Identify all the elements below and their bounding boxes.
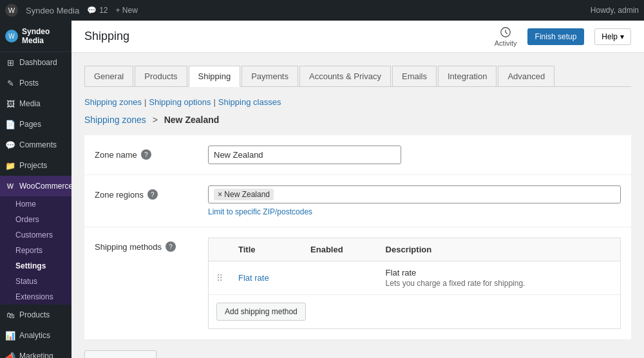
sidebar-brand-icon: W (5, 30, 18, 42)
limit-zip-link: Limit to specific ZIP/postcodes (208, 207, 621, 216)
woo-submenu-customers[interactable]: Customers (0, 227, 71, 243)
topbar-left: W Syndeo Media 💬 12 + New (5, 4, 591, 17)
sidebar-label-comments: Comments (19, 140, 57, 149)
col-title: Title (231, 238, 303, 261)
col-description: Description (378, 238, 620, 261)
add-method-row: Add shipping method (209, 295, 620, 328)
woo-submenu-orders[interactable]: Orders (0, 212, 71, 227)
activity-button[interactable]: Activity (495, 26, 517, 47)
zone-regions-label: Zone regions ? (95, 185, 198, 200)
tab-accounts-privacy[interactable]: Accounts & Privacy (299, 66, 391, 86)
tab-general[interactable]: General (84, 66, 133, 86)
method-desc-cell: Flat rate Lets you charge a fixed rate f… (378, 261, 620, 295)
sidebar: W Syndeo Media ⊞ Dashboard ✎ Posts 🖼 Med… (0, 21, 71, 358)
sidebar-item-media[interactable]: 🖼 Media (0, 93, 71, 114)
topbar-new[interactable]: + New (115, 6, 137, 15)
comments-icon: 💬 (5, 140, 15, 150)
method-desc-title: Flat rate (386, 268, 612, 278)
pages-icon: 📄 (5, 119, 15, 129)
new-label: + New (115, 6, 137, 15)
woo-submenu-status[interactable]: Status (0, 274, 71, 289)
zone-name-field (208, 146, 621, 164)
method-desc-text: Lets you charge a fixed rate for shippin… (386, 279, 612, 288)
sub-nav: Shipping zones | Shipping options | Ship… (84, 97, 631, 107)
zone-regions-tag-input[interactable]: × New Zealand (208, 185, 621, 203)
shipping-methods-label: Shipping methods ? (95, 238, 198, 252)
zone-regions-field: × New Zealand Limit to specific ZIP/post… (208, 185, 621, 216)
breadcrumb-parent[interactable]: Shipping zones (84, 115, 146, 125)
subnav-sep-1: | (144, 97, 146, 107)
sidebar-brand: W Syndeo Media (0, 21, 71, 52)
tab-products[interactable]: Products (135, 66, 187, 86)
tab-emails[interactable]: Emails (392, 66, 437, 86)
zone-regions-row: Zone regions ? × New Zealand Limit to sp… (84, 175, 631, 227)
projects-icon: 📁 (5, 160, 15, 171)
sidebar-label-dashboard: Dashboard (19, 58, 57, 67)
sidebar-item-woocommerce[interactable]: W WooCommerce (0, 176, 71, 196)
tabs: General Products Shipping Payments Accou… (84, 66, 631, 87)
subnav-shipping-classes[interactable]: Shipping classes (218, 97, 281, 107)
sidebar-item-analytics[interactable]: 📊 Analytics (0, 325, 71, 346)
breadcrumb-current: New Zealand (164, 115, 220, 125)
tab-advanced[interactable]: Advanced (498, 66, 554, 86)
sidebar-item-posts[interactable]: ✎ Posts (0, 73, 71, 93)
marketing-icon: 📣 (5, 351, 15, 358)
zone-region-tag-text: × New Zealand (218, 190, 270, 199)
sidebar-label-marketing: Marketing (19, 352, 53, 358)
sidebar-label-products: Products (19, 310, 50, 319)
zone-name-input[interactable] (208, 146, 401, 164)
subnav-sep-2: | (213, 97, 215, 107)
breadcrumb: Shipping zones > New Zealand (84, 115, 631, 125)
zone-name-label-text: Zone name (95, 150, 137, 160)
finish-setup-button[interactable]: Finish setup (527, 28, 585, 45)
subnav-shipping-zones[interactable]: Shipping zones (84, 97, 142, 107)
method-drag-handle[interactable]: ⠿ (209, 261, 231, 295)
woo-submenu-settings[interactable]: Settings (0, 258, 71, 274)
help-button[interactable]: Help ▾ (594, 28, 631, 45)
sidebar-label-projects: Projects (19, 161, 47, 170)
methods-table: Title Enabled Description ⠿ (209, 238, 620, 295)
products-icon: 🛍 (5, 310, 15, 320)
woo-submenu-extensions[interactable]: Extensions (0, 289, 71, 305)
topbar: W Syndeo Media 💬 12 + New Howdy, admin (0, 0, 644, 21)
zone-name-label: Zone name ? (95, 146, 198, 160)
sidebar-item-dashboard[interactable]: ⊞ Dashboard (0, 52, 71, 73)
wp-logo: W (5, 4, 18, 17)
zone-regions-label-text: Zone regions (95, 190, 144, 200)
shipping-methods-help-icon[interactable]: ? (166, 241, 176, 252)
tab-integration[interactable]: Integration (438, 66, 497, 86)
sidebar-item-products[interactable]: 🛍 Products (0, 305, 71, 325)
topbar-site[interactable]: Syndeo Media (26, 6, 79, 15)
form-section: Zone name ? Zone regions ? (84, 135, 631, 340)
sidebar-item-comments[interactable]: 💬 Comments (0, 135, 71, 155)
method-title-cell: Flat rate (231, 261, 303, 295)
topbar-right: Howdy, admin (591, 6, 639, 15)
howdy-text: Howdy, admin (591, 6, 639, 15)
help-label: Help (601, 32, 618, 41)
subnav-shipping-options[interactable]: Shipping options (149, 97, 211, 107)
method-enabled-cell (303, 261, 378, 295)
drag-icon: ⠿ (216, 273, 223, 283)
sidebar-item-pages[interactable]: 📄 Pages (0, 114, 71, 135)
woo-submenu: Home Orders Customers Reports Settings S… (0, 196, 71, 305)
add-shipping-method-button[interactable]: Add shipping method (216, 303, 306, 321)
sidebar-item-projects[interactable]: 📁 Projects (0, 155, 71, 176)
main-header: Shipping Activity Finish setup Help ▾ (71, 21, 644, 53)
tab-payments[interactable]: Payments (242, 66, 298, 86)
limit-zip-anchor[interactable]: Limit to specific ZIP/postcodes (208, 207, 312, 216)
save-changes-button[interactable]: Save changes (84, 350, 156, 358)
sidebar-item-marketing[interactable]: 📣 Marketing (0, 346, 71, 358)
activity-label: Activity (495, 39, 517, 47)
topbar-comments[interactable]: 💬 12 (87, 6, 108, 15)
shipping-methods-row: Shipping methods ? Title Enabled (84, 227, 631, 340)
sidebar-brand-text: Syndeo Media (22, 27, 66, 45)
zone-regions-help-icon[interactable]: ? (147, 189, 158, 200)
zone-name-row: Zone name ? (84, 135, 631, 175)
zone-name-help-icon[interactable]: ? (141, 149, 151, 160)
shipping-methods-label-text: Shipping methods (95, 242, 162, 252)
tab-shipping[interactable]: Shipping (189, 66, 241, 87)
method-title-link[interactable]: Flat rate (238, 273, 269, 283)
woo-submenu-home[interactable]: Home (0, 196, 71, 212)
woo-submenu-reports[interactable]: Reports (0, 243, 71, 258)
shipping-methods-field: Title Enabled Description ⠿ (208, 238, 621, 329)
